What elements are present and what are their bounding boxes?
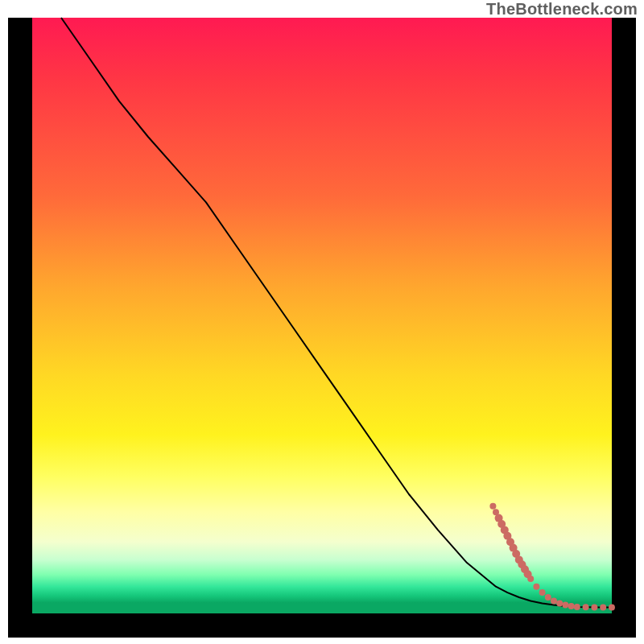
data-point	[539, 589, 546, 596]
bottleneck-curve	[61, 18, 612, 608]
data-point	[545, 594, 551, 601]
data-point	[583, 604, 589, 610]
data-point	[527, 576, 534, 582]
attribution-label: TheBottleneck.com	[486, 0, 638, 19]
plot-area	[8, 18, 636, 638]
data-point	[556, 600, 563, 606]
data-point	[562, 602, 568, 609]
data-point	[600, 605, 606, 611]
data-point	[551, 598, 557, 605]
data-points	[489, 503, 615, 611]
data-point	[533, 584, 539, 590]
chart-overlay	[32, 18, 612, 613]
data-point	[568, 603, 575, 609]
data-point	[591, 605, 597, 611]
data-point	[574, 604, 580, 610]
data-point	[609, 605, 615, 611]
chart-container: TheBottleneck.com	[0, 0, 644, 644]
data-point	[489, 503, 496, 510]
